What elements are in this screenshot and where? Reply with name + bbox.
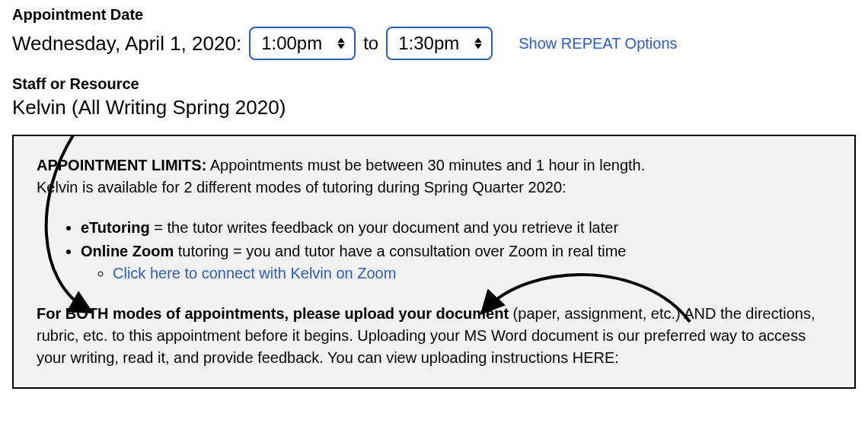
select-arrows-icon: [337, 38, 345, 49]
zoom-link-item: Click here to connect with Kelvin on Zoo…: [113, 262, 831, 285]
svg-marker-0: [337, 38, 345, 43]
online-zoom-item: Online Zoom tutoring = you and tutor hav…: [81, 240, 831, 285]
to-text: to: [363, 33, 378, 54]
appointment-date-row: Wednesday, April 1, 2020: 1:00pm to 1:30…: [12, 27, 856, 60]
online-zoom-desc: tutoring = you and tutor have a consulta…: [174, 243, 626, 259]
info-box: APPOINTMENT LIMITS: Appointments must be…: [12, 135, 856, 389]
staff-resource-label: Staff or Resource: [12, 75, 856, 93]
svg-marker-1: [337, 44, 345, 49]
upload-instructions-bold: For BOTH modes of appointments, please u…: [37, 305, 509, 322]
zoom-connect-link[interactable]: Click here to connect with Kelvin on Zoo…: [113, 265, 396, 282]
etutoring-item: eTutoring = the tutor writes feedback on…: [81, 217, 831, 239]
upload-instructions: For BOTH modes of appointments, please u…: [37, 303, 831, 369]
etutoring-desc: = the tutor writes feedback on your docu…: [150, 219, 618, 236]
select-arrows-icon: [474, 38, 482, 49]
availability-text: Kelvin is available for 2 different mode…: [37, 177, 831, 199]
show-repeat-options-link[interactable]: Show REPEAT Options: [519, 35, 677, 52]
appointment-date-label: Appointment Date: [12, 6, 856, 24]
start-time-value: 1:00pm: [261, 33, 322, 54]
staff-resource-value: Kelvin (All Writing Spring 2020): [12, 96, 856, 119]
svg-marker-3: [474, 44, 482, 49]
end-time-select[interactable]: 1:30pm: [386, 27, 493, 60]
appointment-limits-line: APPOINTMENT LIMITS: Appointments must be…: [37, 154, 831, 177]
etutoring-label: eTutoring: [81, 219, 150, 236]
modes-list: eTutoring = the tutor writes feedback on…: [81, 217, 831, 285]
svg-marker-2: [474, 38, 482, 43]
start-time-select[interactable]: 1:00pm: [249, 27, 356, 60]
appointment-limits-label: APPOINTMENT LIMITS:: [37, 157, 206, 173]
appointment-limits-text: Appointments must be between 30 minutes …: [210, 157, 645, 173]
online-zoom-label: Online Zoom: [81, 243, 174, 259]
end-time-value: 1:30pm: [398, 33, 459, 54]
appointment-date-text: Wednesday, April 1, 2020:: [12, 32, 241, 56]
